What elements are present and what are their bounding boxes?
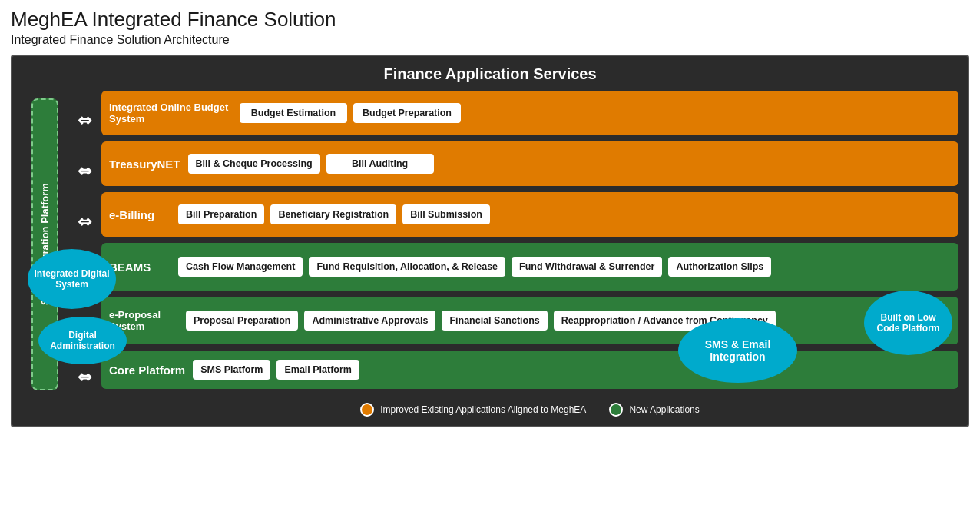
bubble-integrated-digital-text: Integrated Digital System — [34, 268, 110, 290]
box-bill-preparation: Bill Preparation — [178, 204, 264, 224]
row-core-label: Core Platform — [109, 364, 185, 377]
box-budget-estimation: Budget Estimation — [240, 103, 347, 123]
bubble-low-code-text: Built on Low Code Platform — [870, 312, 946, 334]
bubble-digital-admin-text: Digital Administration — [45, 330, 121, 351]
bidirectional-arrow-1: ⇔ — [78, 112, 91, 129]
arrow-1: ⇔ — [68, 98, 101, 143]
row-treasury: TreasuryNET Bill & Cheque Processing Bil… — [101, 141, 958, 186]
box-email-platform: Email Platform — [276, 360, 359, 380]
legend-orange-circle — [360, 403, 374, 417]
box-proposal-prep: Proposal Preparation — [186, 311, 298, 331]
diagram-body-wrapper: State Integration Platform ⇔ ⇔ ⇔ ⇔ — [22, 91, 958, 417]
box-budget-preparation: Budget Preparation — [353, 103, 461, 123]
arrow-3: ⇔ — [68, 200, 101, 244]
page-title: MeghEA Integrated Finance Solution — [11, 8, 969, 32]
box-sms-platform: SMS Platform — [193, 360, 270, 380]
legend-orange-label: Improved Existing Applications Aligned t… — [380, 404, 586, 415]
diagram-outer: Finance Application Services State Integ… — [11, 55, 969, 427]
legend-green-label: New Applications — [629, 404, 699, 415]
row-budget: Integrated Online Budget System Budget E… — [101, 91, 958, 135]
bubble-integrated-digital: Integrated Digital System — [28, 249, 116, 309]
diagram-body: State Integration Platform ⇔ ⇔ ⇔ ⇔ — [22, 91, 958, 417]
legend-orange: Improved Existing Applications Aligned t… — [360, 403, 586, 417]
legend-green-circle — [609, 403, 623, 417]
bubble-low-code: Built on Low Code Platform — [864, 291, 952, 355]
box-bill-cheque: Bill & Cheque Processing — [188, 154, 320, 174]
box-cash-flow: Cash Flow Management — [178, 257, 303, 277]
row-ebilling-items: Bill Preparation Beneficiary Registratio… — [178, 204, 490, 224]
rows-column: Integrated Online Budget System Budget E… — [101, 91, 958, 417]
box-bill-submission: Bill Submission — [402, 204, 490, 224]
row-ebilling-label: e-Billing — [109, 208, 171, 221]
legend-green: New Applications — [609, 403, 699, 417]
row-budget-label: Integrated Online Budget System — [109, 101, 232, 125]
row-ebilling: e-Billing Bill Preparation Beneficiary R… — [101, 192, 958, 237]
page-subtitle: Integrated Finance Solution Architecture — [11, 33, 969, 47]
row-budget-items: Budget Estimation Budget Preparation — [240, 103, 461, 123]
bidirectional-arrow-2: ⇔ — [78, 163, 91, 180]
row-core: Core Platform SMS Platform Email Platfor… — [101, 351, 958, 389]
diagram-header: Finance Application Services — [22, 65, 958, 83]
box-bill-auditing: Bill Auditing — [326, 154, 434, 174]
page-wrapper: MeghEA Integrated Finance Solution Integ… — [0, 0, 980, 525]
row-treasury-label: TreasuryNET — [109, 158, 180, 171]
bidirectional-arrow-6: ⇔ — [78, 369, 91, 386]
bubble-sms-email-text: SMS & Email Integration — [684, 338, 791, 363]
bidirectional-arrow-3: ⇔ — [78, 214, 91, 231]
row-beams-items: Cash Flow Management Fund Requisition, A… — [178, 257, 771, 277]
bubble-sms-email: SMS & Email Integration — [678, 318, 797, 383]
row-core-items: SMS Platform Email Platform — [193, 360, 359, 380]
row-beams: BEAMS Cash Flow Management Fund Requisit… — [101, 243, 958, 291]
arrow-2: ⇔ — [68, 149, 101, 194]
box-fund-req: Fund Requisition, Allocation, & Release — [309, 257, 505, 277]
legend: Improved Existing Applications Aligned t… — [360, 400, 700, 417]
row-eproposal: e-Proposal System Proposal Preparation A… — [101, 297, 958, 344]
row-treasury-items: Bill & Cheque Processing Bill Auditing — [188, 154, 434, 174]
row-beams-label: BEAMS — [109, 261, 171, 274]
box-auth-slips: Authorization Slips — [668, 257, 771, 277]
box-financial-sanctions: Financial Sanctions — [442, 311, 547, 331]
box-beneficiary-reg: Beneficiary Registration — [270, 204, 396, 224]
row-eproposal-items: Proposal Preparation Administrative Appr… — [186, 311, 776, 331]
bubble-digital-admin: Digital Administration — [38, 317, 127, 364]
box-fund-withdrawal: Fund Withdrawal & Surrender — [512, 257, 662, 277]
box-admin-approvals: Administrative Approvals — [304, 311, 435, 331]
